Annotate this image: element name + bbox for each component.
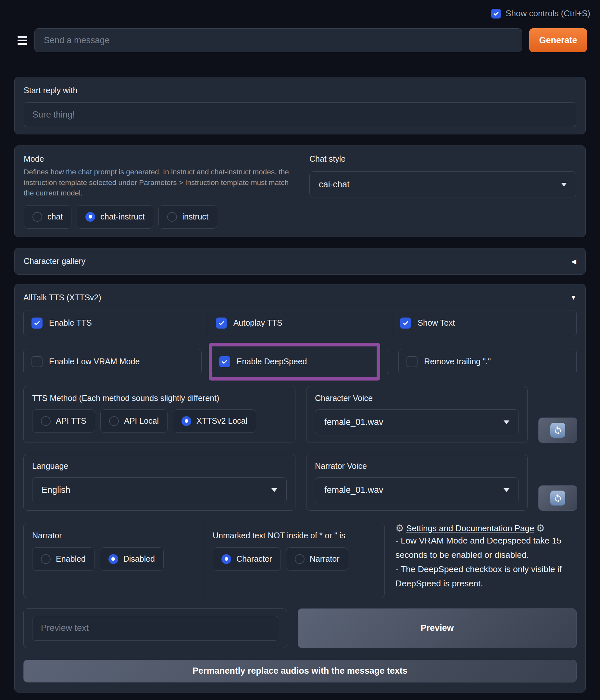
message-bar: Generate bbox=[13, 28, 587, 52]
chat-style-label: Chat style bbox=[309, 154, 576, 164]
enable-tts-checkbox[interactable]: Enable TTS bbox=[24, 310, 208, 336]
narrator-voice-label: Narrator Voice bbox=[315, 461, 519, 471]
replace-audios-button[interactable]: Permanently replace audios with the mess… bbox=[23, 660, 577, 682]
start-reply-panel: Start reply with bbox=[14, 77, 586, 134]
mode-label: Mode bbox=[24, 154, 291, 164]
collapse-down-icon: ▼ bbox=[570, 294, 577, 301]
mode-chatstyle-panel: Mode Defines how the chat prompt is gene… bbox=[14, 146, 586, 238]
chat-style-dropdown[interactable]: cai-chat bbox=[309, 171, 576, 197]
refresh-icon bbox=[550, 423, 565, 438]
narrator-unmarked-group: Narrator Enabled Disabled Unmarked text bbox=[23, 523, 385, 598]
radio-icon bbox=[109, 416, 119, 426]
radio-icon bbox=[108, 554, 118, 564]
character-gallery-label: Character gallery bbox=[24, 256, 85, 266]
language-dropdown[interactable]: English bbox=[32, 477, 287, 503]
generate-button[interactable]: Generate bbox=[529, 28, 587, 52]
character-gallery-header[interactable]: Character gallery ◀ bbox=[14, 248, 586, 275]
checkbox-label: Remove trailing "." bbox=[424, 357, 491, 366]
tts-method-group: TTS Method (Each method sounds slightly … bbox=[23, 386, 296, 443]
mode-option-chat-instruct[interactable]: chat-instruct bbox=[77, 205, 153, 229]
chevron-down-icon bbox=[271, 488, 277, 492]
tts-method-label: TTS Method (Each method sounds slightly … bbox=[32, 394, 287, 403]
tts-method-api-tts[interactable]: API TTS bbox=[32, 409, 95, 433]
checkbox-icon bbox=[219, 356, 230, 367]
show-text-checkbox[interactable]: Show Text bbox=[392, 310, 576, 336]
start-reply-label: Start reply with bbox=[24, 86, 576, 95]
alltalk-title: AllTalk TTS (XTTSv2) bbox=[23, 293, 101, 302]
radio-label: XTTSv2 Local bbox=[196, 416, 247, 426]
narrator-label: Narrator bbox=[32, 531, 196, 540]
unmarked-character-option[interactable]: Character bbox=[212, 547, 281, 571]
docs-note-1: - Low VRAM Mode and Deepspeed take 15 se… bbox=[396, 533, 577, 562]
low-vram-checkbox[interactable]: Enable Low VRAM Mode bbox=[23, 349, 202, 374]
method-voice-row: TTS Method (Each method sounds slightly … bbox=[23, 386, 577, 443]
mode-option-label: chat bbox=[47, 212, 62, 221]
character-voice-refresh-button[interactable] bbox=[538, 418, 577, 443]
character-voice-label: Character Voice bbox=[315, 394, 519, 403]
narrator-voice-value: female_01.wav bbox=[324, 485, 383, 495]
deepspeed-checkbox[interactable]: Enable DeepSpeed bbox=[211, 349, 389, 374]
alltalk-header[interactable]: AllTalk TTS (XTTSv2) ▼ bbox=[23, 293, 577, 302]
narrator-section: Narrator Enabled Disabled bbox=[24, 523, 204, 598]
tts-options-row: Enable Low VRAM Mode Enable DeepSpeed Re… bbox=[23, 349, 577, 374]
docs-note-2: - The DeepSpeed checkbox is only visible… bbox=[396, 562, 577, 591]
docs-section: ⚙ Settings and Documentation Page ⚙ - Lo… bbox=[396, 523, 577, 598]
character-voice-dropdown[interactable]: female_01.wav bbox=[315, 409, 519, 435]
menu-icon[interactable] bbox=[18, 36, 27, 45]
unmarked-text-options: Character Narrator bbox=[212, 547, 376, 571]
radio-icon bbox=[41, 554, 51, 564]
narrator-row: Narrator Enabled Disabled Unmarked text bbox=[23, 523, 577, 598]
remove-trailing-checkbox[interactable]: Remove trailing "." bbox=[398, 349, 577, 374]
show-controls-checkbox[interactable] bbox=[491, 9, 501, 19]
radio-icon bbox=[295, 554, 304, 564]
settings-docs-link[interactable]: Settings and Documentation Page bbox=[406, 523, 534, 533]
narrator-disabled-option[interactable]: Disabled bbox=[100, 547, 164, 571]
mode-option-instruct[interactable]: instruct bbox=[158, 205, 217, 229]
preview-text-input[interactable] bbox=[32, 616, 278, 641]
narrator-voice-group: Narrator Voice female_01.wav bbox=[306, 454, 528, 511]
docs-link-row: ⚙ Settings and Documentation Page ⚙ bbox=[396, 523, 577, 533]
checkbox-label: Enable Low VRAM Mode bbox=[49, 357, 140, 366]
chevron-down-icon bbox=[504, 421, 509, 424]
checkbox-icon bbox=[406, 356, 418, 367]
message-input[interactable] bbox=[34, 28, 522, 52]
preview-button[interactable]: Preview bbox=[298, 608, 577, 648]
unmarked-text-section: Unmarked text NOT inside of * or " is Ch… bbox=[204, 523, 384, 598]
mode-section: Mode Defines how the chat prompt is gene… bbox=[15, 146, 300, 237]
radio-icon bbox=[167, 212, 177, 222]
preview-text-group bbox=[23, 608, 287, 648]
show-controls-label: Show controls (Ctrl+S) bbox=[505, 8, 590, 19]
narrator-enabled-option[interactable]: Enabled bbox=[32, 547, 95, 571]
narrator-options: Enabled Disabled bbox=[32, 547, 196, 571]
narrator-voice-refresh-button[interactable] bbox=[538, 485, 577, 511]
unmarked-narrator-option[interactable]: Narrator bbox=[286, 547, 348, 571]
checkbox-label: Enable DeepSpeed bbox=[237, 357, 307, 366]
language-group: Language English bbox=[23, 454, 296, 511]
tts-method-api-local[interactable]: API Local bbox=[100, 409, 168, 433]
mode-option-chat[interactable]: chat bbox=[24, 205, 71, 229]
mode-description: Defines how the chat prompt is generated… bbox=[24, 167, 291, 199]
chevron-down-icon bbox=[504, 488, 509, 492]
radio-icon bbox=[85, 212, 95, 222]
narrator-voice-dropdown[interactable]: female_01.wav bbox=[315, 477, 519, 503]
collapse-left-icon: ◀ bbox=[571, 257, 576, 265]
radio-icon bbox=[181, 416, 191, 426]
checkbox-icon bbox=[216, 318, 227, 329]
chevron-down-icon bbox=[561, 183, 567, 186]
radio-icon bbox=[41, 416, 51, 426]
autoplay-tts-checkbox[interactable]: Autoplay TTS bbox=[208, 310, 393, 336]
radio-label: Disabled bbox=[123, 554, 155, 564]
checkbox-icon bbox=[31, 318, 43, 329]
start-reply-input[interactable] bbox=[24, 102, 576, 127]
tts-toggles-strip: Enable TTS Autoplay TTS Show Text bbox=[23, 310, 577, 336]
tts-method-options: API TTS API Local XTTSv2 Local bbox=[32, 409, 287, 433]
tts-method-xttsv2-local[interactable]: XTTSv2 Local bbox=[173, 409, 256, 433]
chat-style-section: Chat style cai-chat bbox=[300, 146, 585, 237]
chat-style-value: cai-chat bbox=[319, 179, 350, 190]
checkbox-icon bbox=[31, 356, 43, 367]
character-voice-group: Character Voice female_01.wav bbox=[306, 386, 528, 443]
checkbox-label: Show Text bbox=[418, 318, 455, 328]
radio-label: Enabled bbox=[56, 554, 86, 564]
language-label: Language bbox=[32, 461, 287, 471]
checkbox-label: Autoplay TTS bbox=[233, 318, 282, 328]
